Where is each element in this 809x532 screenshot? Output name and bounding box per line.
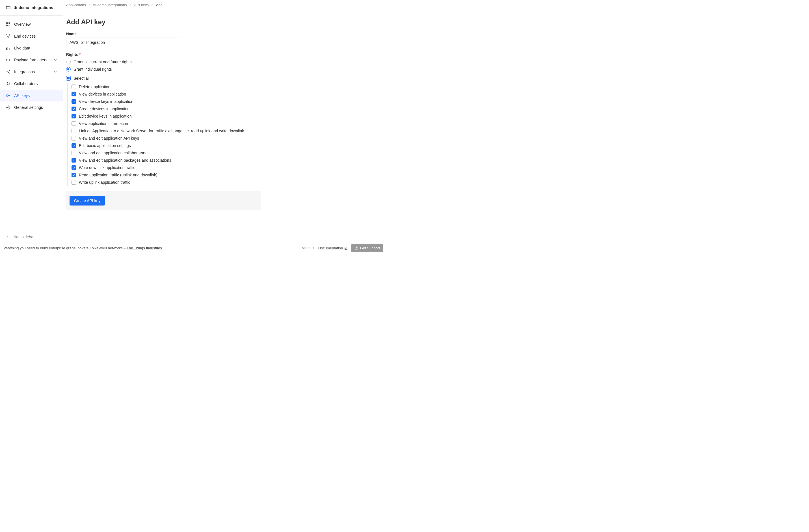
checkbox-indeterminate-icon	[66, 76, 71, 81]
sidebar-item-label: Live data	[14, 46, 30, 50]
radio-icon	[66, 67, 71, 71]
sidebar-item-label: End devices	[14, 34, 36, 38]
svg-rect-1	[6, 22, 7, 24]
breadcrumb-item[interactable]: Applications	[66, 3, 86, 7]
right-label: Write downlink application traffic	[79, 165, 135, 170]
sidebar-item-label: Integrations	[14, 70, 35, 74]
right-label: View and edit application API keys	[79, 136, 139, 140]
svg-point-13	[9, 73, 10, 73]
checkbox-icon	[71, 143, 76, 148]
create-api-key-button[interactable]: Create API key	[70, 196, 105, 206]
checkbox-icon	[71, 136, 76, 140]
svg-rect-4	[9, 25, 10, 26]
checkbox-icon	[71, 85, 76, 89]
right-checkbox[interactable]: Read application traffic (uplink and dow…	[71, 171, 261, 179]
name-label: Name	[66, 32, 261, 36]
overview-icon	[6, 22, 11, 27]
end-devices-icon	[6, 34, 11, 39]
api-keys-icon	[6, 93, 11, 98]
right-label: Edit device keys in application	[79, 114, 132, 118]
help-icon: ?	[355, 246, 358, 250]
radio-grant-all-label: Grant all current and future rights	[73, 59, 132, 64]
checkbox-icon	[71, 121, 76, 126]
right-label: Create devices in application	[79, 106, 130, 111]
svg-point-14	[7, 82, 8, 84]
payload-formatters-icon	[6, 57, 11, 63]
sidebar-item-collaborators[interactable]: Collaborators	[0, 78, 63, 90]
right-checkbox[interactable]: Create devices in application	[71, 105, 261, 113]
svg-rect-0	[6, 6, 10, 9]
chevron-down-icon	[53, 70, 57, 74]
general-settings-icon	[6, 105, 11, 110]
sidebar-item-integrations[interactable]: Integrations	[0, 66, 63, 78]
right-checkbox[interactable]: View and edit application packages and a…	[71, 157, 261, 164]
footer-docs-link[interactable]: Documentation	[318, 246, 343, 250]
sidebar-item-label: Overview	[14, 22, 31, 27]
checkbox-icon	[71, 173, 76, 177]
breadcrumb-item: Add	[156, 3, 162, 7]
right-checkbox[interactable]: Write uplink application traffic	[71, 179, 261, 186]
chevron-right-icon	[129, 3, 132, 7]
right-label: Delete application	[79, 85, 110, 89]
right-label: View and edit application collaborators	[79, 151, 147, 155]
radio-grant-all[interactable]: Grant all current and future rights	[66, 58, 261, 66]
right-checkbox[interactable]: View devices in application	[71, 90, 261, 98]
right-label: View devices in application	[79, 92, 126, 97]
footer-tagline: Everything you need to build enterprise …	[1, 246, 302, 250]
rights-list: Delete applicationView devices in applic…	[67, 83, 261, 186]
right-checkbox[interactable]: View application information	[71, 120, 261, 127]
rights-label: Rights *	[66, 52, 261, 56]
sidebar-item-label: API keys	[14, 93, 30, 98]
sidebar-item-api-keys[interactable]: API keys	[0, 90, 63, 102]
right-checkbox[interactable]: Edit device keys in application	[71, 113, 261, 120]
sidebar-item-payload-formatters[interactable]: Payload formatters	[0, 54, 63, 66]
name-input[interactable]	[66, 38, 179, 47]
svg-point-17	[7, 107, 9, 108]
right-checkbox[interactable]: View device keys in application	[71, 98, 261, 105]
add-api-key-form: Name Rights * Grant all current and futu…	[66, 32, 261, 186]
sidebar-header: tti-demo-integrations	[0, 0, 63, 16]
breadcrumb-item[interactable]: API keys	[134, 3, 149, 7]
right-checkbox[interactable]: Write downlink application traffic	[71, 164, 261, 171]
hide-sidebar-button[interactable]: Hide sidebar	[0, 230, 63, 243]
footer-brand-link[interactable]: The Things Industries	[127, 246, 162, 250]
checkbox-icon	[71, 92, 76, 97]
right-checkbox[interactable]: Delete application	[71, 83, 261, 90]
sidebar-item-general-settings[interactable]: General settings	[0, 102, 63, 113]
svg-point-16	[6, 95, 8, 97]
radio-grant-individual[interactable]: Grant individual rights	[66, 66, 261, 73]
breadcrumb: Applicationstti-demo-integrationsAPI key…	[66, 0, 382, 10]
radio-grant-individual-label: Grant individual rights	[73, 67, 111, 71]
main-content: Applicationstti-demo-integrationsAPI key…	[63, 0, 384, 243]
sidebar-item-label: Payload formatters	[14, 58, 48, 62]
chevron-right-icon	[88, 3, 91, 7]
right-checkbox[interactable]: Edit basic application settings	[71, 142, 261, 149]
checkbox-icon	[71, 180, 76, 185]
sidebar-item-end-devices[interactable]: End devices	[0, 30, 63, 42]
sidebar-item-overview[interactable]: Overview	[0, 18, 63, 30]
application-icon	[6, 5, 11, 10]
right-label: Read application traffic (uplink and dow…	[79, 173, 157, 177]
integrations-icon	[6, 69, 11, 74]
right-checkbox[interactable]: View and edit application API keys	[71, 135, 261, 142]
sidebar-item-label: General settings	[14, 105, 43, 110]
sidebar-item-live-data[interactable]: Live data	[0, 42, 63, 54]
checkbox-icon	[71, 114, 76, 118]
breadcrumb-item[interactable]: tti-demo-integrations	[93, 3, 127, 7]
right-label: View device keys in application	[79, 99, 134, 104]
radio-icon	[66, 59, 71, 64]
footer-bar: Everything you need to build enterprise …	[0, 243, 384, 253]
right-label: Write uplink application traffic	[79, 180, 130, 185]
chevron-right-icon	[151, 3, 154, 7]
chevron-down-icon	[53, 58, 57, 62]
right-label: View application information	[79, 121, 128, 126]
select-all-checkbox[interactable]: Select all	[66, 75, 261, 82]
get-support-button[interactable]: ? Get Support	[351, 244, 383, 252]
footer-version: v3.12.1	[302, 246, 314, 250]
svg-rect-8	[6, 48, 7, 50]
checkbox-icon	[71, 151, 76, 155]
right-checkbox[interactable]: View and edit application collaborators	[71, 149, 261, 157]
collaborators-icon	[6, 81, 11, 86]
right-checkbox[interactable]: Link as Application to a Network Server …	[71, 127, 261, 135]
select-all-label: Select all	[73, 76, 90, 81]
